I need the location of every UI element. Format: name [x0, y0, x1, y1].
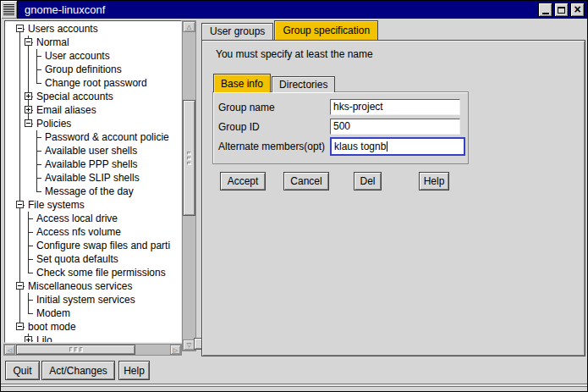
- titlebar[interactable]: gnome-linuxconf ×: [1, 1, 587, 19]
- tree-item-modem[interactable]: Modem: [5, 306, 181, 320]
- scroll-up-arrow-icon[interactable]: △: [183, 21, 195, 32]
- help-button[interactable]: Help: [118, 361, 150, 380]
- collapse-icon[interactable]: [16, 25, 24, 32]
- scrollbar-grip: [69, 347, 73, 352]
- tree-connector: [33, 49, 41, 63]
- tree-item-initial-system-services[interactable]: Initial system services: [5, 293, 181, 306]
- collapse-icon[interactable]: [16, 282, 24, 290]
- accept-button[interactable]: Accept: [220, 172, 266, 190]
- scroll-right-arrow-icon[interactable]: ▷: [170, 345, 181, 355]
- tree-item-label: Available PPP shells: [45, 158, 138, 170]
- tab-group-specification[interactable]: Group specification: [274, 20, 378, 40]
- tree-item-boot-mode[interactable]: boot mode: [5, 320, 181, 334]
- group-id-input[interactable]: 500: [330, 119, 460, 135]
- tree-connector: [25, 103, 33, 117]
- tree-item-group-definitions[interactable]: Group definitions: [5, 63, 181, 76]
- tree-item-normal[interactable]: Normal: [5, 36, 181, 49]
- text-cursor: [387, 141, 387, 152]
- alternate-members-opt-input[interactable]: klaus tognb: [330, 137, 465, 156]
- scroll-left-arrow-icon[interactable]: ◁: [4, 345, 15, 355]
- tree-connector: [33, 144, 41, 157]
- horizontal-scrollbar-thumb[interactable]: [16, 345, 135, 355]
- tree-item-email-aliases[interactable]: Email aliases: [5, 103, 181, 117]
- tree-item-available-user-shells[interactable]: Available user shells: [5, 144, 181, 157]
- expand-icon[interactable]: [25, 92, 32, 100]
- tree-item-change-root-password[interactable]: Change root password: [5, 76, 181, 90]
- tree-item-label: Normal: [36, 36, 69, 48]
- expand-icon[interactable]: [25, 336, 32, 343]
- tree-item-label: Initial system services: [36, 294, 135, 306]
- collapse-icon[interactable]: [16, 201, 24, 208]
- tree-item-access-nfs-volume[interactable]: Access nfs volume: [5, 225, 181, 239]
- tab-directories[interactable]: Directories: [272, 76, 335, 92]
- tree-item-label: Users accounts: [28, 23, 98, 35]
- tree-item-available-ppp-shells[interactable]: Available PPP shells: [5, 157, 181, 171]
- tree-connector: [33, 157, 41, 171]
- tree-indent: [16, 239, 25, 252]
- tree-item-lilo[interactable]: Lilo: [5, 334, 181, 343]
- tree-connector: [25, 293, 33, 306]
- vertical-scrollbar-thumb[interactable]: [183, 100, 195, 216]
- tree-connector: [25, 36, 33, 49]
- collapse-icon[interactable]: [25, 119, 32, 127]
- tree-indent: [16, 63, 25, 76]
- tree-connector: [16, 320, 25, 334]
- cancel-button[interactable]: Cancel: [283, 172, 329, 190]
- tree-connector: [25, 212, 33, 225]
- field-row-alternate-members-opt: Alternate members(opt)klaus tognb: [217, 136, 468, 156]
- group-name-input[interactable]: hks-project: [330, 99, 460, 115]
- tree-item-message-of-the-day[interactable]: Message of the day: [5, 185, 181, 198]
- tab-user-groups[interactable]: User groups: [201, 23, 273, 40]
- tree-indent: [16, 171, 25, 185]
- scrollbar-grip: [80, 347, 83, 352]
- tree-item-set-quota-defaults[interactable]: Set quota defaults: [5, 252, 181, 266]
- tree-item-configure-swap-files-and-parti[interactable]: Configure swap files and parti: [5, 239, 181, 252]
- tree-indent: [25, 171, 33, 185]
- tree-indent: [25, 63, 33, 76]
- tree-vertical-scrollbar[interactable]: △ ▽: [182, 20, 196, 351]
- scrollbar-grip: [187, 152, 191, 155]
- tree-item-special-accounts[interactable]: Special accounts: [5, 90, 181, 103]
- tree-item-password-account-policie[interactable]: Password & account policie: [5, 130, 181, 144]
- tree-connector: [25, 306, 33, 320]
- tab-base-info[interactable]: Base info: [213, 74, 271, 92]
- tree-item-access-local-drive[interactable]: Access local drive: [5, 212, 181, 225]
- tree-item-users-accounts[interactable]: Users accounts: [5, 22, 181, 36]
- tree-item-label: Access local drive: [36, 213, 118, 224]
- tree-item-policies[interactable]: Policies: [5, 117, 181, 130]
- act-changes-button[interactable]: Act/Changes: [41, 361, 115, 380]
- window-menu-button[interactable]: [1, 1, 18, 19]
- tree-item-available-slip-shells[interactable]: Available SLIP shells: [5, 171, 181, 185]
- help-button[interactable]: Help: [419, 172, 449, 190]
- tree-item-file-systems[interactable]: File systems: [5, 198, 181, 212]
- collapse-icon[interactable]: [16, 323, 24, 330]
- tree-item-label: Configure swap files and parti: [36, 240, 170, 251]
- tree-connector: [25, 266, 33, 279]
- quit-button[interactable]: Quit: [5, 361, 40, 380]
- collapse-icon[interactable]: [25, 38, 32, 46]
- hint-message: You must specify at least the name: [216, 48, 373, 60]
- del-button[interactable]: Del: [354, 172, 382, 190]
- tree-item-label: Miscellaneous services: [28, 280, 132, 292]
- tree-item-user-accounts[interactable]: User accounts: [5, 49, 181, 63]
- tree-item-check-some-file-permissions[interactable]: Check some file permissions: [5, 266, 181, 279]
- tree-item-label: Lilo: [36, 334, 52, 343]
- field-label: Group name: [217, 102, 330, 113]
- tree-connector: [25, 90, 33, 103]
- window-menu-icon: [3, 4, 14, 15]
- close-button[interactable]: ×: [570, 3, 585, 17]
- maximize-button[interactable]: [554, 3, 569, 17]
- tree-indent: [25, 130, 33, 144]
- tree-connector: [33, 130, 41, 144]
- group-specification-panel: You must specify at least the name Base …: [201, 40, 585, 356]
- tree-item-label: Group definitions: [45, 63, 122, 75]
- minimize-button[interactable]: [538, 3, 552, 17]
- window-content: Users accountsNormalUser accountsGroup d…: [1, 19, 587, 391]
- tree-item-label: Password & account policie: [45, 131, 169, 143]
- tree-item-label: Check some file permissions: [36, 267, 166, 279]
- tree-horizontal-scrollbar[interactable]: ◁ ▷: [3, 344, 182, 356]
- tree-connector: [16, 198, 25, 212]
- tree-item-label: File systems: [28, 199, 85, 211]
- tree-item-miscellaneous-services[interactable]: Miscellaneous services: [5, 279, 181, 293]
- expand-icon[interactable]: [25, 106, 32, 113]
